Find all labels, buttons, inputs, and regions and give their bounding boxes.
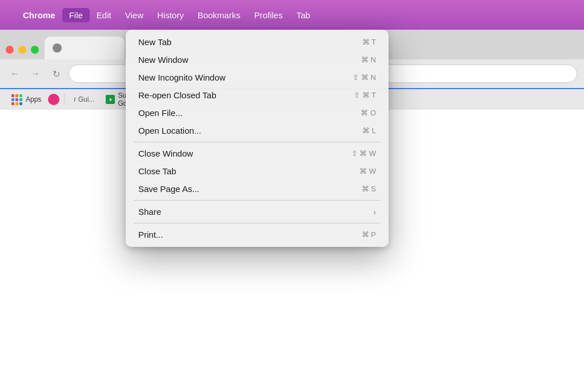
reload-button[interactable]: ↻ [48,66,64,82]
menu-divider-2 [134,200,381,201]
back-button[interactable]: ← [7,66,23,82]
minimize-window-button[interactable] [18,46,26,54]
menu-divider-3 [134,223,381,223]
menu-item-close-window[interactable]: Close Window ⇧ ⌘ W [128,145,386,162]
menu-item-open-file-label: Open File... [138,108,183,118]
menu-item-new-window[interactable]: New Window ⌘ N [128,51,386,69]
menu-item-save-page-shortcut: ⌘ S [362,185,376,193]
menu-item-share[interactable]: Share › [128,203,386,221]
menu-item-print[interactable]: Print... ⌘ P [128,226,386,243]
menu-item-new-tab[interactable]: New Tab ⌘ T [128,33,386,51]
menu-item-print-shortcut: ⌘ P [362,230,376,239]
menu-item-reopen-tab-shortcut: ⇧ ⌘ T [354,91,376,99]
menu-item-new-window-shortcut: ⌘ N [361,55,376,64]
close-window-button[interactable] [6,46,14,54]
chevron-right-icon: › [373,207,376,217]
menubar-item-tab[interactable]: Tab [290,8,317,22]
superbook-favicon-icon: + [106,95,115,104]
menu-item-new-tab-label: New Tab [138,37,171,47]
menu-item-open-location-label: Open Location... [138,126,201,135]
menubar-item-history[interactable]: History [150,8,191,22]
menubar-item-file[interactable]: File [62,8,90,22]
menu-item-new-window-label: New Window [138,55,189,65]
bookmark-gui-label: r Gui... [74,95,94,103]
menu-item-save-page-label: Save Page As... [138,184,199,194]
apps-label: Apps [26,95,41,103]
menubar-item-edit[interactable]: Edit [90,8,118,22]
menu-item-reopen-tab[interactable]: Re-open Closed Tab ⇧ ⌘ T [128,86,386,104]
menu-item-close-window-label: Close Window [138,149,193,158]
menubar-item-view[interactable]: View [118,8,150,22]
menu-item-save-page[interactable]: Save Page As... ⌘ S [128,180,386,198]
bookmarks-divider [64,94,65,105]
traffic-lights [6,46,39,54]
menubar-item-profiles[interactable]: Profiles [247,8,290,22]
menu-item-open-file-shortcut: ⌘ O [361,109,376,117]
menu-item-new-incognito-label: New Incognito Window [138,73,226,82]
menu-item-new-incognito[interactable]: New Incognito Window ⇧ ⌘ N [128,69,386,86]
apps-grid-icon [11,94,22,105]
menu-item-close-tab-label: Close Tab [138,166,176,176]
browser-tab[interactable] [45,37,125,59]
bookmark-gui[interactable]: r Gui... [69,93,99,106]
menu-item-open-location[interactable]: Open Location... ⌘ L [128,122,386,139]
menu-item-open-location-shortcut: ⌘ L [362,126,376,135]
menubar-item-bookmarks[interactable]: Bookmarks [191,8,247,22]
tab-favicon-icon [53,43,62,53]
menu-item-open-file[interactable]: Open File... ⌘ O [128,104,386,122]
menu-item-reopen-tab-label: Re-open Closed Tab [138,90,216,100]
menu-item-new-tab-shortcut: ⌘ T [362,38,376,46]
menu-item-new-incognito-shortcut: ⇧ ⌘ N [353,73,376,82]
file-menu-dropdown: New Tab ⌘ T New Window ⌘ N New Incognito… [126,30,389,247]
menu-item-close-tab-shortcut: ⌘ W [359,167,376,175]
menu-item-close-window-shortcut: ⇧ ⌘ W [351,149,377,158]
menu-item-share-right: › [373,207,376,217]
menu-divider-1 [134,142,381,142]
apps-bookmark[interactable]: Apps [7,92,46,107]
forward-button[interactable]: → [27,66,43,82]
maximize-window-button[interactable] [31,46,39,54]
menubar: Chrome File Edit View History Bookmarks … [0,0,584,30]
menu-item-close-tab[interactable]: Close Tab ⌘ W [128,162,386,180]
menu-item-print-label: Print... [138,230,163,239]
menu-item-share-label: Share [138,207,161,217]
menubar-item-chrome[interactable]: Chrome [16,8,62,22]
pink-bookmark-icon[interactable] [48,94,59,105]
